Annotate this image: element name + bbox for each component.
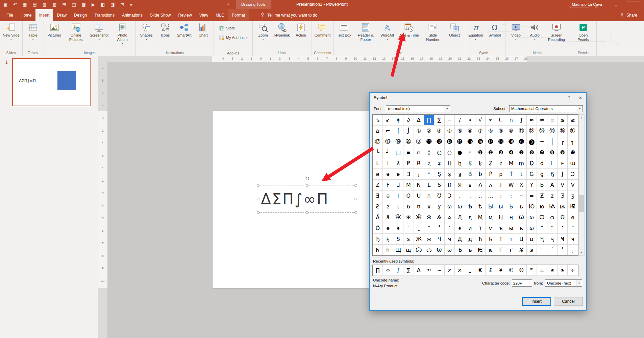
- symbol-cell-2-10[interactable]: ⓰: [475, 136, 486, 147]
- symbol-cell-6-13[interactable]: W: [506, 180, 516, 190]
- symbol-cell-11-1[interactable]: ђ: [383, 234, 393, 245]
- tab-review[interactable]: Review: [174, 9, 195, 21]
- symbol-cell-11-5[interactable]: ж: [424, 234, 434, 245]
- scroll-down-icon[interactable]: ▼: [578, 250, 584, 255]
- table-design-icon[interactable]: ▦: [23, 2, 27, 7]
- layout-left-icon[interactable]: ◧: [101, 2, 105, 7]
- close-icon[interactable]: ✕: [575, 93, 586, 103]
- symbol-cell-6-0[interactable]: Z: [373, 180, 383, 190]
- symbol-cell-9-2[interactable]: Ӝ: [393, 212, 403, 223]
- symbol-cell-1-12[interactable]: ⑨: [496, 126, 506, 136]
- ribbon-button-new-slide[interactable]: New Slide▾: [1, 21, 21, 41]
- symbol-cell-5-7[interactable]: ş: [445, 169, 455, 180]
- symbol-cell-3-8[interactable]: ●: [455, 147, 465, 158]
- ribbon-button-date-time[interactable]: Date & Time: [397, 21, 421, 38]
- symbol-cell-7-12[interactable]: ;: [496, 190, 506, 201]
- symbol-cell-6-12[interactable]: I: [496, 180, 506, 190]
- symbol-cell-5-10[interactable]: ḃ: [475, 169, 486, 180]
- symbol-cell-6-9[interactable]: ʁ: [465, 180, 475, 190]
- symbol-cell-5-19[interactable]: Ɔ: [568, 169, 578, 180]
- grid-scrollbar[interactable]: ▲ ▼: [578, 114, 585, 256]
- symbol-cell-12-13[interactable]: ґ: [506, 245, 516, 255]
- symbol-cell-5-2[interactable]: ɵ: [393, 169, 403, 180]
- symbol-cell-1-2[interactable]: ⌠: [393, 126, 403, 136]
- symbol-cell-0-17[interactable]: ≡: [547, 115, 558, 126]
- recent-symbol-cell-8[interactable]: ×: [455, 265, 465, 276]
- symbol-cell-0-8[interactable]: ∕: [455, 115, 465, 126]
- recent-symbol-cell-4[interactable]: Δ: [414, 265, 424, 276]
- symbol-cell-9-9[interactable]: ӆ: [465, 212, 475, 223]
- symbol-cell-11-2[interactable]: Ѕ: [393, 234, 403, 245]
- recent-symbol-cell-2[interactable]: ∫: [393, 265, 403, 276]
- symbol-cell-10-5[interactable]: ˘: [424, 223, 434, 234]
- symbol-cell-9-19[interactable]: ѳ: [568, 212, 578, 223]
- symbol-cell-6-10[interactable]: Ʌ: [475, 180, 486, 190]
- symbol-cell-0-7[interactable]: −: [445, 115, 455, 126]
- handle-w[interactable]: [257, 198, 259, 200]
- symbol-cell-10-3[interactable]: ˉ: [403, 223, 414, 234]
- symbol-cell-0-1[interactable]: ↙: [383, 115, 393, 126]
- recent-symbol-cell-14[interactable]: ®: [516, 265, 526, 276]
- symbol-cell-1-17[interactable]: ⑭: [547, 126, 558, 136]
- ribbon-button-header-footer[interactable]: Header & Footer: [353, 21, 378, 42]
- grid-icon[interactable]: ▩: [82, 2, 86, 7]
- symbol-cell-4-16[interactable]: ḍ: [537, 158, 547, 169]
- symbol-cell-3-0[interactable]: └: [373, 147, 383, 158]
- symbol-cell-7-6[interactable]: Ʊ: [434, 190, 444, 201]
- symbol-cell-0-0[interactable]: ↘: [373, 115, 383, 126]
- symbol-cell-1-0[interactable]: ⌂: [373, 126, 383, 136]
- symbol-cell-5-1[interactable]: ə: [383, 169, 393, 180]
- ribbon-button-pictures[interactable]: Pictures: [45, 21, 64, 38]
- scrollbar-thumb[interactable]: [579, 195, 584, 212]
- ribbon-button-hyperlink[interactable]: Hyperlink: [273, 21, 292, 38]
- symbol-cell-3-4[interactable]: ▫: [414, 147, 424, 158]
- ribbon-button-icons[interactable]: Icons: [156, 21, 175, 38]
- symbol-cell-10-14[interactable]: ь: [516, 223, 526, 234]
- symbol-cell-5-5[interactable]: ᵛ: [424, 169, 434, 180]
- symbol-cell-7-17[interactable]: ƶ: [547, 190, 558, 201]
- symbol-cell-4-12[interactable]: ẓ: [496, 158, 506, 169]
- symbol-cell-3-12[interactable]: ❸: [496, 147, 506, 158]
- symbol-cell-4-0[interactable]: Ƚ: [373, 158, 383, 169]
- handle-s[interactable]: [306, 211, 308, 214]
- symbol-cell-7-7[interactable]: Ɔ: [445, 190, 455, 201]
- symbol-cell-12-6[interactable]: Ѿ: [434, 245, 444, 255]
- symbol-cell-11-4[interactable]: Ж: [414, 234, 424, 245]
- symbol-cell-4-5[interactable]: ʐ: [424, 158, 434, 169]
- symbol-cell-9-1[interactable]: ӓ: [383, 212, 393, 223]
- scroll-up-icon[interactable]: ▲: [578, 115, 584, 120]
- tab-format[interactable]: Format: [228, 9, 249, 21]
- tab-insert[interactable]: Insert: [35, 9, 53, 21]
- shading-icon[interactable]: ▧: [52, 2, 56, 7]
- symbol-cell-8-0[interactable]: Ƨ: [373, 201, 383, 212]
- symbol-cell-1-14[interactable]: ⑪: [516, 126, 526, 136]
- tab-transitions[interactable]: Transitions: [91, 9, 118, 21]
- ribbon-button-screenshot[interactable]: Screenshot▾: [88, 21, 110, 41]
- help-button[interactable]: ?: [563, 93, 575, 103]
- ribbon-button-my-add-ins[interactable]: My Add-ins▾: [217, 34, 249, 41]
- symbol-cell-1-15[interactable]: ⑫: [527, 126, 537, 136]
- symbol-cell-11-8[interactable]: Д: [455, 234, 465, 245]
- ribbon-button-photo-album[interactable]: Photo Album▾: [110, 21, 134, 45]
- symbol-cell-1-4[interactable]: ①: [414, 126, 424, 136]
- symbol-cell-7-5[interactable]: ∩: [424, 190, 434, 201]
- tab-file[interactable]: File: [3, 9, 17, 21]
- symbol-cell-10-0[interactable]: Ӫ: [373, 223, 383, 234]
- undo-icon[interactable]: ↶: [13, 2, 17, 7]
- rotate-handle-icon[interactable]: [304, 175, 310, 181]
- ribbon-button-smartart[interactable]: SmartArt: [175, 21, 194, 38]
- symbol-cell-2-13[interactable]: ⓳: [506, 136, 516, 147]
- recent-symbol-cell-3[interactable]: ∑: [403, 265, 414, 276]
- symbol-cell-11-10[interactable]: Ћ: [475, 234, 486, 245]
- symbol-cell-3-19[interactable]: ❿: [568, 147, 578, 158]
- symbol-cell-0-9[interactable]: ∙: [465, 115, 475, 126]
- recent-symbol-cell-10[interactable]: €: [475, 265, 486, 276]
- tab-slide-show[interactable]: Slide Show: [146, 9, 175, 21]
- ribbon-button-open-pexels[interactable]: POpen Pexels: [571, 21, 595, 42]
- symbol-cell-3-14[interactable]: ❺: [516, 147, 526, 158]
- recent-symbol-cell-9[interactable]: ˍ: [465, 265, 475, 276]
- tab-home[interactable]: Home: [17, 9, 35, 21]
- symbol-cell-7-10[interactable]: ‥: [475, 190, 486, 201]
- symbol-cell-4-17[interactable]: Ⱶ: [547, 158, 558, 169]
- symbol-cell-9-4[interactable]: Ӂ: [414, 212, 424, 223]
